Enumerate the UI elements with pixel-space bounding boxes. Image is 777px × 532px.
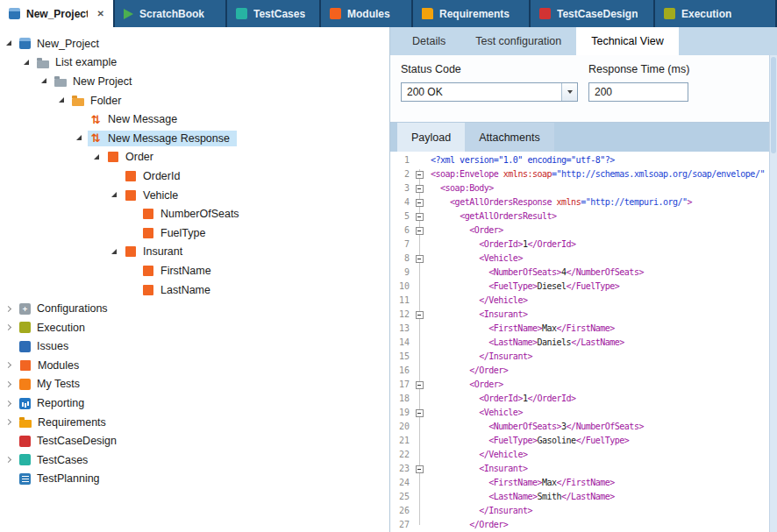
tab-payload[interactable]: Payload bbox=[397, 123, 465, 152]
line-number: 17 bbox=[390, 378, 410, 392]
tree-item-vehicle[interactable]: Vehicle bbox=[0, 186, 389, 205]
tree-item-execution[interactable]: Execution bbox=[0, 318, 389, 337]
module-icon bbox=[125, 190, 136, 201]
dropdown-arrow-icon[interactable] bbox=[561, 83, 577, 101]
tab-test-configuration[interactable]: Test configuration bbox=[460, 27, 576, 55]
tree-item-new-message[interactable]: New Message bbox=[0, 110, 389, 129]
fold-cell bbox=[412, 490, 427, 504]
scrollbar-thumb[interactable] bbox=[771, 57, 776, 153]
code-line: <FuelType>Diesel</FuelType> bbox=[431, 280, 777, 294]
code-line: <OrderId>1</OrderId> bbox=[431, 392, 777, 406]
status-code-select[interactable]: 200 OK bbox=[401, 82, 578, 102]
expander-icon[interactable] bbox=[91, 152, 103, 163]
expander-icon[interactable] bbox=[4, 303, 15, 315]
tab-technical-view[interactable]: Technical View bbox=[576, 27, 678, 55]
tree-item-testcases[interactable]: TestCases bbox=[0, 450, 389, 470]
tree-item-new-project[interactable]: New_Project bbox=[0, 34, 389, 53]
tree-item-fueltype[interactable]: FuelType bbox=[0, 223, 389, 243]
expander-icon[interactable] bbox=[4, 359, 15, 371]
code-line: <soap:Envelope xmlns:soap="http://schema… bbox=[431, 167, 777, 181]
line-number: 6 bbox=[390, 223, 410, 238]
fold-cell bbox=[412, 209, 427, 223]
detail-panel: DetailsTest configurationTechnical View … bbox=[390, 27, 777, 532]
tree-item-label: NumberOfSeats bbox=[160, 208, 239, 220]
fold-toggle-icon[interactable] bbox=[416, 171, 424, 179]
code-line: <?xml version="1.0" encoding="utf-8"?> bbox=[431, 153, 777, 167]
tree-row-content: Reporting bbox=[18, 395, 91, 411]
expander-icon[interactable] bbox=[109, 189, 120, 201]
code-token: xmlns:soap bbox=[498, 169, 552, 179]
fold-toggle-icon[interactable] bbox=[416, 213, 424, 221]
tree-item-issues[interactable]: Issues bbox=[0, 337, 389, 357]
tree-item-modules[interactable]: Modules bbox=[0, 356, 389, 375]
tree-item-reporting[interactable]: Reporting bbox=[0, 394, 389, 413]
tree-item-testplanning[interactable]: TestPlanning bbox=[0, 470, 389, 489]
top-tab-modules[interactable]: Modules bbox=[321, 0, 413, 27]
tree-item-new-project[interactable]: New Project bbox=[0, 72, 389, 91]
xml-editor[interactable]: 1234567891011121314151617181920212223242… bbox=[390, 152, 777, 532]
expander-icon[interactable] bbox=[39, 75, 50, 87]
tree-item-insurant[interactable]: Insurant bbox=[0, 243, 389, 262]
tab-attachments[interactable]: Attachments bbox=[465, 123, 553, 152]
code-token: </Insurant> bbox=[479, 351, 532, 361]
code-line: <NumberOfSeats>4</NumberOfSeats> bbox=[431, 266, 777, 280]
expander-icon[interactable] bbox=[4, 416, 15, 428]
testcasedesign-icon bbox=[539, 8, 551, 19]
expander-icon[interactable] bbox=[4, 454, 15, 465]
top-tab-testcases[interactable]: TestCases bbox=[227, 0, 321, 27]
fold-toggle-icon[interactable] bbox=[416, 227, 424, 235]
expander-icon[interactable] bbox=[4, 322, 15, 333]
tree-item-label: Configurations bbox=[37, 302, 108, 315]
expander-icon[interactable] bbox=[109, 246, 120, 258]
tree-item-label: My Tests bbox=[37, 378, 80, 390]
tree-item-configurations[interactable]: Configurations bbox=[0, 299, 389, 318]
top-tab-requirements[interactable]: Requirements bbox=[413, 0, 531, 27]
code-lines[interactable]: <?xml version="1.0" encoding="utf-8"?><s… bbox=[427, 152, 777, 532]
folder-gray-icon bbox=[54, 79, 67, 87]
configurations-icon bbox=[19, 303, 31, 315]
tree-item-folder[interactable]: Folder bbox=[0, 91, 389, 110]
fold-toggle-icon[interactable] bbox=[416, 199, 424, 207]
fold-cell bbox=[412, 266, 427, 280]
gutter-folds bbox=[412, 152, 427, 532]
tree-item-order[interactable]: Order bbox=[0, 148, 389, 167]
view-tabs: DetailsTest configurationTechnical View bbox=[390, 27, 777, 55]
expander-icon[interactable] bbox=[74, 132, 85, 144]
expander-icon[interactable] bbox=[21, 57, 32, 68]
tree-item-firstname[interactable]: FirstName bbox=[0, 261, 389, 280]
tree-item-testcasedesign[interactable]: TestCaseDesign bbox=[0, 431, 389, 450]
top-tab-execution[interactable]: Execution bbox=[655, 0, 777, 27]
fold-toggle-icon[interactable] bbox=[416, 381, 424, 389]
editor-scrollbar[interactable] bbox=[769, 55, 777, 532]
tree-item-lastname[interactable]: LastName bbox=[0, 280, 389, 300]
tree-item-orderid[interactable]: OrderId bbox=[0, 167, 389, 186]
tree-item-list-example[interactable]: List example bbox=[0, 53, 389, 73]
tree-item-numberofseats[interactable]: NumberOfSeats bbox=[0, 204, 389, 223]
tree-item-new-message-response[interactable]: New Message Response bbox=[0, 129, 389, 148]
fold-toggle-icon[interactable] bbox=[416, 311, 424, 319]
top-tab-scratchbook[interactable]: ScratchBook bbox=[115, 0, 227, 27]
close-icon[interactable]: ✕ bbox=[94, 9, 104, 18]
execution-icon bbox=[19, 322, 31, 333]
expander-icon[interactable] bbox=[56, 95, 68, 106]
fold-toggle-icon[interactable] bbox=[416, 255, 424, 263]
code-token: <NumberOfSeats> bbox=[488, 267, 561, 277]
expander-icon[interactable] bbox=[4, 398, 15, 409]
tab-label: Execution bbox=[681, 8, 731, 20]
tab-details[interactable]: Details bbox=[397, 27, 460, 55]
top-tab-testcasedesign[interactable]: TestCaseDesign bbox=[531, 0, 655, 27]
fold-toggle-icon[interactable] bbox=[416, 409, 424, 417]
expander-icon[interactable] bbox=[4, 379, 15, 390]
tree-row-content: TestCaseDesign bbox=[18, 433, 124, 449]
line-number: 15 bbox=[390, 350, 410, 364]
tree-item-requirements[interactable]: Requirements bbox=[0, 413, 389, 432]
top-tab-new-project[interactable]: New_Project✕ bbox=[0, 0, 115, 27]
fold-toggle-icon[interactable] bbox=[416, 185, 424, 193]
code-line: <getAllOrdersResult> bbox=[431, 209, 777, 223]
code-line: <Vehicle> bbox=[431, 252, 777, 266]
tree-item-my-tests[interactable]: My Tests bbox=[0, 375, 389, 394]
response-time-input[interactable] bbox=[588, 82, 688, 102]
tree-item-label: TestPlanning bbox=[37, 472, 100, 485]
expander-icon[interactable] bbox=[4, 38, 15, 49]
fold-toggle-icon[interactable] bbox=[416, 465, 424, 473]
